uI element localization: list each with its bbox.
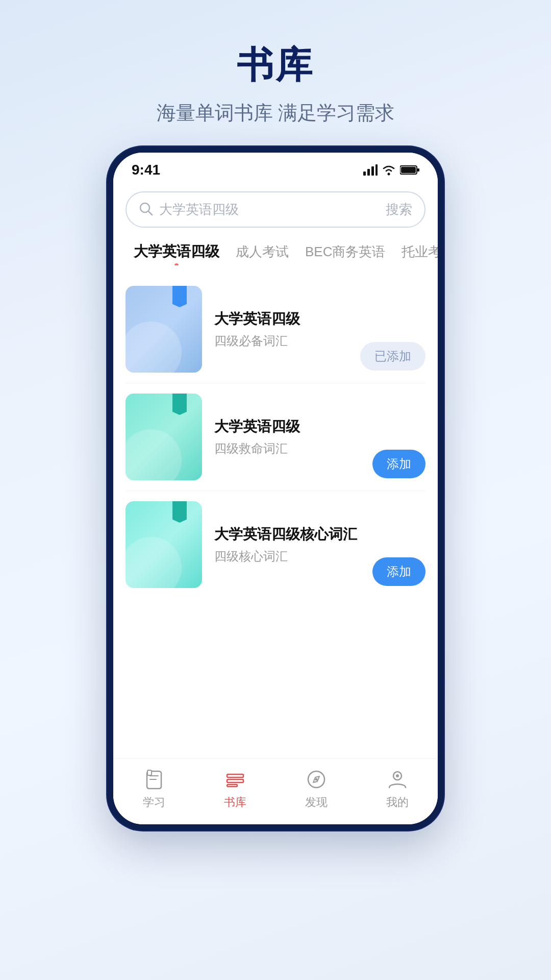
book-name-2: 大学英语四级 <box>214 417 425 436</box>
battery-icon <box>400 165 419 175</box>
search-container: 大学英语四级 搜索 <box>113 183 438 228</box>
book-cover-circle <box>126 429 182 480</box>
svg-rect-6 <box>417 168 419 172</box>
svg-rect-15 <box>227 779 243 782</box>
study-icon <box>142 767 166 792</box>
tab-adult-exam[interactable]: 成人考试 <box>228 239 297 265</box>
nav-library[interactable]: 书库 <box>223 767 247 810</box>
svg-rect-7 <box>401 167 416 173</box>
book-action-2: 添加 <box>372 450 425 478</box>
bottom-nav: 学习 书库 发现 <box>113 758 438 824</box>
wifi-icon <box>382 164 396 176</box>
mine-icon <box>385 767 410 792</box>
status-time: 9:41 <box>132 162 160 178</box>
page-title: 书库 <box>157 41 395 90</box>
book-cover-circle <box>126 537 182 588</box>
category-tabs: 大学英语四级 成人考试 BEC商务英语 托业考试A <box>113 228 438 265</box>
book-cover-3[interactable] <box>126 501 202 588</box>
status-icons <box>363 164 419 176</box>
search-icon <box>139 202 153 218</box>
nav-library-label: 书库 <box>224 795 246 810</box>
signal-icon <box>363 164 378 176</box>
tab-cet4[interactable]: 大学英语四级 <box>126 238 228 265</box>
phone-mockup: 9:41 <box>107 146 444 830</box>
added-button-1[interactable]: 已添加 <box>360 342 425 371</box>
nav-discover-label: 发现 <box>305 795 328 810</box>
svg-point-4 <box>388 173 390 176</box>
book-item: 大学英语四级 四级必备词汇 已添加 <box>126 276 425 383</box>
tab-bec[interactable]: BEC商务英语 <box>297 239 393 265</box>
book-name-3: 大学英语四级核心词汇 <box>214 525 425 544</box>
book-bookmark-3 <box>172 501 187 523</box>
svg-rect-0 <box>363 172 366 176</box>
book-cover-2[interactable] <box>126 394 202 480</box>
svg-point-20 <box>396 774 399 777</box>
nav-study[interactable]: 学习 <box>142 767 166 810</box>
nav-mine[interactable]: 我的 <box>385 767 410 810</box>
book-action-3: 添加 <box>372 557 425 586</box>
nav-discover[interactable]: 发现 <box>304 767 329 810</box>
svg-rect-16 <box>227 785 237 787</box>
svg-rect-14 <box>227 774 243 777</box>
book-cover-circle <box>126 322 182 373</box>
add-button-3[interactable]: 添加 <box>372 557 425 586</box>
book-cover-1[interactable] <box>126 286 202 373</box>
svg-rect-2 <box>371 166 374 176</box>
svg-rect-3 <box>375 164 378 176</box>
svg-rect-1 <box>367 169 370 176</box>
status-bar: 9:41 <box>113 153 438 183</box>
discover-icon <box>304 767 329 792</box>
add-button-2[interactable]: 添加 <box>372 450 425 478</box>
nav-study-label: 学习 <box>143 795 165 810</box>
search-input[interactable]: 大学英语四级 <box>159 201 386 218</box>
book-name-1: 大学英语四级 <box>214 309 425 329</box>
search-bar[interactable]: 大学英语四级 搜索 <box>126 191 425 228</box>
page-header: 书库 海量单词书库 满足学习需求 <box>157 41 395 126</box>
svg-rect-13 <box>147 770 152 775</box>
book-item: 大学英语四级核心词汇 四级核心词汇 添加 <box>126 491 425 598</box>
search-button[interactable]: 搜索 <box>386 201 412 218</box>
library-icon <box>223 767 247 792</box>
svg-line-9 <box>148 211 152 215</box>
tab-toeic[interactable]: 托业考试A <box>393 239 438 265</box>
book-item: 大学英语四级 四级救命词汇 添加 <box>126 383 425 491</box>
book-bookmark-2 <box>172 394 187 415</box>
book-list: 大学英语四级 四级必备词汇 已添加 大学英语四级 四级救命词汇 添加 <box>113 265 438 758</box>
nav-mine-label: 我的 <box>386 795 409 810</box>
svg-point-18 <box>315 778 317 781</box>
book-bookmark-1 <box>172 286 187 307</box>
book-action-1: 已添加 <box>360 342 425 371</box>
page-subtitle: 海量单词书库 满足学习需求 <box>157 100 395 126</box>
